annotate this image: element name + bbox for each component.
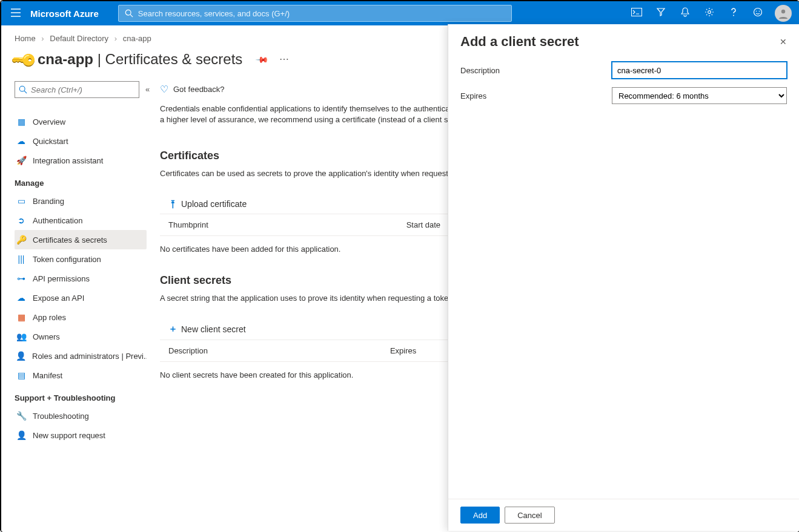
- overview-icon: ▦: [16, 116, 27, 127]
- hamburger-menu-icon[interactable]: [1, 8, 30, 19]
- description-label: Description: [460, 66, 612, 75]
- pin-icon[interactable]: 📌: [255, 52, 269, 66]
- search-icon: [125, 9, 133, 18]
- directories-filter-icon[interactable]: [649, 7, 673, 19]
- feedback-label: Got feedback?: [173, 85, 225, 94]
- sidebar-section-label: Manage: [15, 179, 147, 188]
- more-actions-icon[interactable]: ⋯: [279, 53, 290, 65]
- key-icon: 🔑: [10, 46, 36, 72]
- sidebar-item-token-configuration[interactable]: |||Token configuration: [15, 249, 147, 269]
- new-client-secret-label: New client secret: [181, 324, 246, 334]
- page-title: cna-app | Certificates & secrets: [38, 51, 242, 68]
- sidebar-item-authentication[interactable]: ➲Authentication: [15, 211, 147, 230]
- sidebar-section-label: Support + Troubleshooting: [15, 393, 147, 402]
- chevron-right-icon: ›: [38, 34, 47, 43]
- sidebar-item-label: API permissions: [33, 274, 90, 283]
- sidebar-item-label: Manifest: [33, 371, 62, 380]
- sidebar-item-label: Integration assistant: [33, 156, 103, 165]
- brand-label: Microsoft Azure: [30, 8, 118, 19]
- panel-title: Add a client secret: [460, 34, 579, 50]
- collapse-sidebar-icon[interactable]: «: [145, 85, 154, 94]
- global-search[interactable]: [118, 5, 512, 22]
- table-header: Description: [160, 340, 382, 362]
- sidebar-item-app-roles[interactable]: ▦App roles: [15, 307, 147, 327]
- expires-label: Expires: [460, 91, 612, 100]
- svg-point-4: [733, 15, 734, 16]
- rocket-icon: 🚀: [16, 155, 27, 166]
- sidebar-item-label: Troubleshooting: [33, 412, 89, 421]
- feedback-smiley-icon[interactable]: [746, 7, 770, 19]
- manifest-icon: ▤: [16, 370, 27, 381]
- cloud-shell-icon[interactable]: [625, 8, 649, 19]
- sidebar-item-owners[interactable]: 👥Owners: [15, 327, 147, 346]
- search-icon: [19, 85, 27, 94]
- help-icon[interactable]: [721, 7, 746, 19]
- notifications-icon[interactable]: [673, 7, 697, 19]
- sidebar-item-label: Overview: [33, 117, 65, 126]
- sidebar-item-label: Branding: [33, 197, 64, 206]
- svg-point-3: [708, 11, 711, 14]
- sidebar-item-label: Authentication: [33, 216, 82, 225]
- svg-point-6: [756, 11, 757, 12]
- svg-point-0: [125, 10, 131, 15]
- cloud-icon: ☁: [16, 292, 27, 303]
- app-roles-icon: ▦: [16, 312, 27, 323]
- upload-certificate-label: Upload certificate: [181, 199, 247, 209]
- key-icon: 🔑: [16, 234, 27, 245]
- sidebar-item-new-support-request[interactable]: 👤New support request: [15, 425, 147, 445]
- close-icon[interactable]: ✕: [763, 37, 787, 47]
- sidebar-item-expose-api[interactable]: ☁Expose an API: [15, 288, 147, 307]
- svg-rect-2: [632, 8, 642, 16]
- svg-point-7: [759, 11, 760, 12]
- heart-icon: ♡: [160, 84, 168, 95]
- global-search-input[interactable]: [138, 9, 505, 18]
- sidebar-item-label: Quickstart: [33, 137, 68, 146]
- sidebar-item-integration-assistant[interactable]: 🚀Integration assistant: [15, 151, 147, 170]
- sidebar: « ▦Overview ☁Quickstart 🚀Integration ass…: [1, 79, 154, 528]
- authentication-icon: ➲: [16, 215, 27, 226]
- add-button[interactable]: Add: [460, 507, 500, 524]
- branding-icon: ▭: [16, 195, 27, 206]
- wrench-icon: 🔧: [16, 410, 27, 421]
- cancel-button[interactable]: Cancel: [505, 507, 554, 524]
- account-avatar-icon[interactable]: [775, 5, 792, 22]
- roles-admin-icon: 👤: [16, 350, 26, 361]
- sidebar-item-roles-admins[interactable]: 👤Roles and administrators | Previ...: [15, 346, 147, 366]
- sidebar-search-input[interactable]: [31, 85, 135, 94]
- add-client-secret-panel: Add a client secret ✕ Description Expire…: [448, 24, 799, 531]
- token-icon: |||: [16, 254, 27, 264]
- sidebar-item-label: Certificates & secrets: [33, 235, 107, 245]
- sidebar-item-branding[interactable]: ▭Branding: [15, 191, 147, 211]
- upload-icon: ⭱: [168, 199, 177, 209]
- sidebar-item-overview[interactable]: ▦Overview: [15, 112, 147, 131]
- breadcrumb-item[interactable]: Home: [15, 34, 36, 43]
- svg-line-10: [24, 91, 27, 93]
- owners-icon: 👥: [16, 331, 27, 342]
- svg-point-8: [781, 10, 785, 13]
- sidebar-item-api-permissions[interactable]: ⊶API permissions: [15, 269, 147, 288]
- quickstart-icon: ☁: [16, 136, 27, 146]
- chevron-right-icon: ›: [111, 34, 121, 43]
- sidebar-item-label: Roles and administrators | Previ...: [32, 352, 147, 361]
- sidebar-item-label: Token configuration: [33, 255, 101, 264]
- sidebar-item-manifest[interactable]: ▤Manifest: [15, 366, 147, 385]
- support-icon: 👤: [16, 430, 27, 441]
- sidebar-item-label: App roles: [33, 313, 66, 322]
- sidebar-item-certificates-secrets[interactable]: 🔑Certificates & secrets: [15, 230, 147, 249]
- expires-select[interactable]: Recommended: 6 months: [612, 87, 787, 104]
- topbar: Microsoft Azure: [1, 1, 799, 25]
- plus-icon: ＋: [168, 323, 177, 335]
- sidebar-item-troubleshooting[interactable]: 🔧Troubleshooting: [15, 406, 147, 425]
- svg-line-1: [130, 15, 133, 17]
- svg-point-9: [19, 86, 25, 91]
- sidebar-search[interactable]: [15, 81, 139, 98]
- breadcrumb-item[interactable]: cna-app: [123, 34, 151, 43]
- description-input[interactable]: [612, 62, 787, 79]
- settings-gear-icon[interactable]: [697, 7, 721, 19]
- sidebar-item-label: Owners: [33, 332, 60, 341]
- breadcrumb-item[interactable]: Default Directory: [50, 34, 108, 43]
- table-header: Thumbprint: [160, 214, 398, 236]
- sidebar-item-quickstart[interactable]: ☁Quickstart: [15, 131, 147, 151]
- sidebar-item-label: Expose an API: [33, 294, 84, 303]
- permissions-icon: ⊶: [16, 273, 27, 284]
